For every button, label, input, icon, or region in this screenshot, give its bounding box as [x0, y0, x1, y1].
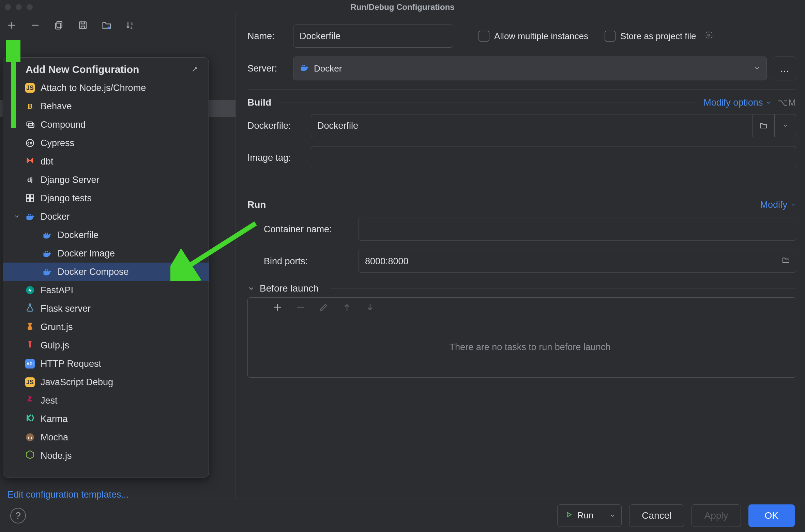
dockerfile-input[interactable]: [311, 114, 753, 137]
dockerfile-label: Dockerfile:: [247, 121, 311, 131]
store-project-checkbox[interactable]: [605, 31, 616, 42]
close-window-icon[interactable]: [5, 4, 11, 10]
js-icon: JS: [25, 83, 35, 93]
fastapi-icon: [25, 285, 35, 295]
before-remove-icon[interactable]: [295, 301, 306, 313]
flask-icon: [25, 303, 35, 314]
apply-button[interactable]: Apply: [692, 504, 741, 527]
ok-button[interactable]: OK: [748, 504, 795, 527]
cfg-item[interactable]: mMocha: [3, 428, 209, 447]
cfg-item-label: dbt: [41, 156, 54, 167]
cfg-item[interactable]: Gulp.js: [3, 336, 209, 355]
before-add-icon[interactable]: [272, 301, 283, 313]
add-config-icon[interactable]: [5, 19, 17, 31]
cfg-item[interactable]: JSJavaScript Debug: [3, 373, 209, 391]
cfg-item-label: Dockerfile: [58, 230, 98, 240]
cfg-item[interactable]: Django tests: [3, 189, 209, 207]
cancel-button[interactable]: Cancel: [629, 504, 684, 527]
cfg-item[interactable]: Flask server: [3, 299, 209, 318]
docker-icon: [42, 230, 52, 240]
cfg-item[interactable]: FastAPI: [3, 281, 209, 299]
cfg-item[interactable]: Cypress: [3, 134, 209, 152]
run-button[interactable]: Run: [557, 504, 604, 527]
save-config-icon[interactable]: [77, 19, 89, 31]
http-icon: API: [25, 359, 35, 369]
cfg-item-label: Flask server: [41, 303, 91, 314]
add-configuration-popup: Add New Configuration JSAttach to Node.j…: [3, 57, 209, 478]
bind-ports-input[interactable]: [359, 250, 796, 273]
cfg-item[interactable]: Jest: [3, 391, 209, 410]
cfg-item-label: Django tests: [41, 193, 92, 204]
jest-icon: [25, 395, 35, 406]
bind-ports-browse-icon[interactable]: [782, 256, 790, 267]
minimize-window-icon[interactable]: [16, 4, 22, 10]
gulp-icon: [25, 340, 35, 350]
popup-close-icon[interactable]: [188, 64, 201, 75]
svg-rect-9: [30, 195, 33, 198]
help-button[interactable]: ?: [10, 508, 26, 523]
cfg-item[interactable]: djDjango Server: [3, 171, 209, 189]
copy-config-icon[interactable]: [53, 19, 65, 31]
server-label: Server:: [247, 63, 293, 74]
server-select[interactable]: Docker: [293, 57, 767, 80]
dockerfile-browse-icon[interactable]: [753, 114, 774, 137]
cfg-item-label: Gulp.js: [41, 340, 69, 351]
cfg-item[interactable]: Dockerfile: [3, 226, 209, 244]
cfg-item-label: Jest: [41, 395, 58, 406]
svg-rect-2: [79, 22, 86, 29]
popup-list[interactable]: JSAttach to Node.js/ChromeBBehaveCompoun…: [3, 79, 209, 477]
left-panel: az Edit configuration templates... Add N…: [0, 14, 236, 499]
compound-icon: [25, 120, 35, 130]
titlebar: Run/Debug Configurations: [0, 0, 805, 14]
cfg-item[interactable]: Grunt.js: [3, 318, 209, 336]
cfg-item[interactable]: Compound: [3, 115, 209, 134]
folder-config-icon[interactable]: [101, 19, 112, 31]
server-more-button[interactable]: ...: [773, 57, 796, 80]
before-empty-text: There are no tasks to run before launch: [264, 317, 796, 377]
build-title: Build: [247, 97, 271, 108]
name-input[interactable]: [293, 25, 453, 48]
docker-icon: [42, 267, 52, 277]
dbt-icon: [25, 156, 35, 167]
cfg-item[interactable]: Docker: [3, 207, 209, 226]
cfg-item[interactable]: Docker Image: [3, 244, 209, 263]
dockerfile-dropdown-icon[interactable]: [774, 114, 796, 137]
cfg-item[interactable]: APIHTTP Request: [3, 355, 209, 373]
cfg-item-label: Karma: [41, 414, 68, 424]
before-down-icon[interactable]: [364, 301, 376, 313]
server-value: Docker: [314, 63, 342, 74]
image-tag-label: Image tag:: [247, 153, 311, 163]
svg-text:m: m: [28, 435, 32, 440]
play-icon: [565, 510, 573, 521]
cfg-item[interactable]: Karma: [3, 410, 209, 428]
allow-multi-checkbox[interactable]: [479, 31, 489, 42]
gear-icon[interactable]: [704, 31, 713, 42]
container-name-input[interactable]: [359, 218, 796, 241]
svg-point-7: [27, 140, 34, 147]
zoom-window-icon[interactable]: [27, 4, 33, 10]
image-tag-input[interactable]: [311, 146, 796, 169]
modify-options-link[interactable]: Modify options: [703, 97, 772, 108]
window-controls[interactable]: [5, 4, 33, 10]
docker-icon: [300, 63, 309, 75]
sort-config-icon[interactable]: az: [125, 19, 136, 31]
cfg-item-label: FastAPI: [41, 285, 73, 296]
store-project-label: Store as project file: [620, 31, 696, 42]
cfg-item-label: Grunt.js: [41, 322, 73, 332]
before-edit-icon[interactable]: [318, 301, 330, 313]
modify-link[interactable]: Modify: [760, 200, 796, 210]
cfg-item-label: Docker: [41, 212, 70, 222]
run-dropdown-button[interactable]: [603, 504, 622, 527]
svg-rect-6: [28, 124, 34, 128]
before-launch-caret-icon[interactable]: [247, 285, 255, 292]
cfg-item[interactable]: Node.js: [3, 447, 209, 465]
caret-down-icon: [13, 212, 20, 222]
cfg-item[interactable]: dbt: [3, 152, 209, 171]
remove-config-icon[interactable]: [29, 19, 41, 31]
cfg-item[interactable]: Docker Compose: [3, 263, 209, 281]
cfg-item[interactable]: JSAttach to Node.js/Chrome: [3, 79, 209, 97]
before-up-icon[interactable]: [341, 301, 353, 313]
svg-rect-10: [27, 199, 30, 202]
svg-rect-0: [57, 21, 62, 28]
cfg-item[interactable]: BBehave: [3, 97, 209, 115]
